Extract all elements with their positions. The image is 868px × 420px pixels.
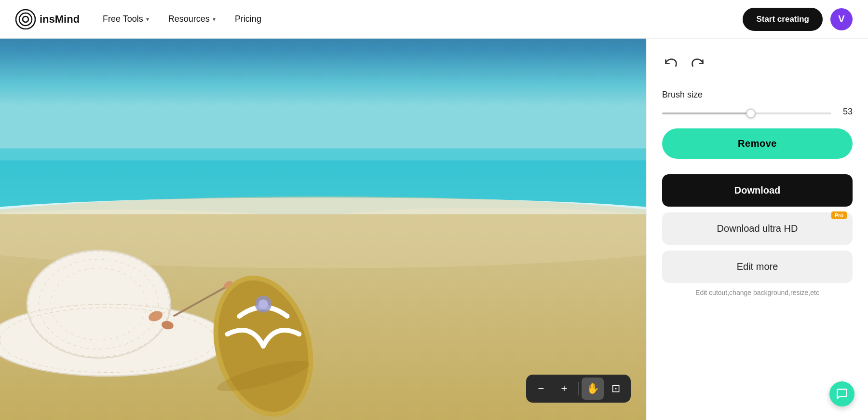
brush-slider-row: 53 bbox=[662, 107, 853, 117]
canvas-area[interactable]: − + ✋ ⊡ bbox=[0, 39, 646, 420]
redo-button[interactable] bbox=[689, 54, 706, 74]
svg-point-1 bbox=[19, 13, 32, 26]
canvas-toolbar: − + ✋ ⊡ bbox=[526, 375, 631, 403]
pan-tool-button[interactable]: ✋ bbox=[582, 378, 604, 400]
logo-text: insMind bbox=[40, 13, 80, 26]
main-layout: − + ✋ ⊡ bbox=[0, 39, 868, 420]
crop-icon: ⊡ bbox=[611, 382, 620, 395]
svg-point-2 bbox=[23, 16, 28, 22]
svg-point-25 bbox=[258, 299, 268, 309]
avatar[interactable]: V bbox=[830, 8, 853, 30]
nav-free-tools[interactable]: Free Tools ▾ bbox=[103, 14, 149, 24]
nav-pricing[interactable]: Pricing bbox=[235, 14, 261, 24]
crop-tool-button[interactable]: ⊡ bbox=[605, 378, 627, 400]
undo-button[interactable] bbox=[662, 54, 679, 74]
logo-icon bbox=[15, 9, 36, 29]
edit-more-button[interactable]: Edit more bbox=[662, 251, 853, 283]
main-nav: Free Tools ▾ Resources ▾ Pricing bbox=[103, 14, 743, 24]
toolbar-divider bbox=[578, 382, 579, 395]
brush-size-slider[interactable] bbox=[662, 112, 831, 114]
right-panel: Brush size 53 Remove Download Download u… bbox=[646, 39, 868, 420]
logo[interactable]: insMind bbox=[15, 9, 80, 29]
chevron-down-icon: ▾ bbox=[146, 16, 149, 23]
zoom-in-button[interactable]: + bbox=[553, 378, 575, 400]
beach-scene bbox=[0, 39, 646, 420]
brush-slider-container bbox=[662, 108, 831, 116]
brush-size-label: Brush size bbox=[662, 90, 853, 100]
brush-size-section: Brush size 53 bbox=[662, 90, 853, 117]
start-creating-button[interactable]: Start creating bbox=[743, 8, 823, 31]
header: insMind Free Tools ▾ Resources ▾ Pricing… bbox=[0, 0, 868, 39]
zoom-out-button[interactable]: − bbox=[530, 378, 552, 400]
nav-resources[interactable]: Resources ▾ bbox=[168, 14, 216, 24]
undo-icon bbox=[664, 56, 678, 72]
header-right: Start creating V bbox=[743, 8, 853, 31]
edit-hint: Edit cutout,change background,resize,etc bbox=[662, 289, 853, 296]
download-hd-button[interactable]: Download ultra HD Pro bbox=[662, 212, 853, 245]
redo-icon bbox=[691, 56, 705, 72]
chevron-down-icon: ▾ bbox=[213, 16, 216, 23]
brush-size-value: 53 bbox=[838, 107, 853, 117]
pro-badge: Pro bbox=[831, 211, 847, 219]
pan-icon: ✋ bbox=[586, 382, 599, 395]
remove-button[interactable]: Remove bbox=[662, 128, 853, 159]
undo-redo-section bbox=[662, 54, 853, 74]
download-section: Download Download ultra HD Pro Edit more… bbox=[662, 174, 853, 296]
download-button[interactable]: Download bbox=[662, 174, 853, 207]
chat-bubble-button[interactable] bbox=[829, 381, 854, 406]
chat-icon bbox=[836, 388, 848, 400]
